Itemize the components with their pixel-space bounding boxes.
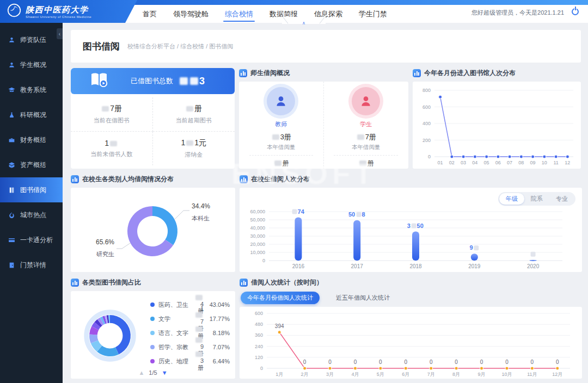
- card-icon: [8, 237, 15, 244]
- legend-name: 文学: [158, 315, 194, 323]
- svg-text:10月: 10月: [501, 372, 512, 377]
- dimension-tab-group: 年级院系专业: [498, 192, 575, 206]
- stat-value: 7册: [101, 104, 122, 114]
- panel-title: 在校生借阅人次分布: [251, 175, 310, 184]
- sidebar-item-city-hotspot[interactable]: 城市热点: [0, 202, 63, 227]
- svg-text:600: 600: [422, 104, 431, 110]
- category-legend: 医药、卫生4册43.04%文学17册17.77%语言、文字册8.18%哲学、宗教…: [150, 293, 230, 379]
- greeting-text: 您好超级管理员，今天是2021.1.21: [471, 9, 564, 17]
- legend-dot-icon: [150, 302, 155, 307]
- stat-label: 当前在借图书: [94, 116, 130, 125]
- monthly-borrow-button[interactable]: 今年各月份借阅人次统计: [241, 292, 320, 304]
- svg-text:9月: 9月: [478, 372, 486, 377]
- legend-item: 哲学、宗教9册7.07%: [150, 340, 230, 354]
- svg-text:50: 50: [348, 211, 355, 218]
- university-name: 陕西中医药大学: [26, 5, 91, 15]
- sidebar-item-faculty[interactable]: 师资队伍: [0, 27, 63, 52]
- nav-overview[interactable]: 综合校情: [225, 5, 253, 23]
- svg-text:0: 0: [328, 359, 332, 365]
- tab-college[interactable]: 院系: [524, 193, 549, 205]
- panel-title: 师生借阅概况: [250, 69, 290, 78]
- sidebar-item-student-overview[interactable]: 学生概况: [0, 52, 63, 77]
- borrow-distribution-chart-card: 年级院系专业 010,00020,00030,00040,00050,00060…: [240, 188, 582, 272]
- svg-text:10,000: 10,000: [250, 250, 265, 255]
- svg-text:0: 0: [405, 359, 408, 365]
- doc-chart-icon: [71, 279, 79, 287]
- svg-text:0: 0: [354, 359, 357, 365]
- stat-value: 册: [185, 104, 202, 114]
- nav-collapse-control[interactable]: ∧: [282, 17, 326, 24]
- svg-text:5月: 5月: [377, 372, 384, 377]
- education-icon: [8, 87, 15, 94]
- page-up-icon[interactable]: ▲: [138, 369, 144, 376]
- legend-item: 语言、文字册8.18%: [150, 326, 230, 340]
- nav-cockpit[interactable]: 领导驾驶舱: [173, 5, 209, 23]
- borrow-distribution-panel: 在校生借阅人次分布 年级院系专业 010,00020,00030,00040,0…: [240, 174, 582, 272]
- legend-name: 哲学、宗教: [158, 343, 194, 351]
- svg-text:6月: 6月: [402, 372, 409, 377]
- student-icon: [8, 61, 15, 69]
- legend-count: 3册: [194, 351, 204, 372]
- sidebar-item-label: 学生概况: [20, 60, 46, 70]
- svg-text:12月: 12月: [552, 372, 562, 377]
- summary-stats-grid: 7册当前在借图书册当前超期图书1当前未借书人数11元滞纳金: [71, 94, 235, 169]
- legend-pager: ▲ 1/5 ▼: [71, 369, 235, 376]
- sidebar-item-research[interactable]: 科研概况: [0, 102, 63, 127]
- svg-text:50: 50: [417, 223, 424, 229]
- svg-text:0: 0: [455, 359, 458, 365]
- row-summary: 已借图书总数 3 7册当前在借图书册当前超期图书1当前未借书人数11元滞纳金 师…: [71, 68, 581, 169]
- per-capita-panel: 在校生各类别人均借阅情况分布 34.4%本科生65.6%研究生: [71, 174, 235, 272]
- month-borrow-value: 册: [273, 159, 289, 168]
- divider: [249, 155, 313, 156]
- svg-text:0: 0: [556, 359, 559, 365]
- sidebar-item-access-control[interactable]: 门禁详情: [0, 252, 63, 277]
- svg-text:12: 12: [565, 160, 570, 165]
- svg-text:2月: 2月: [301, 372, 309, 377]
- tab-grade[interactable]: 年级: [499, 193, 524, 205]
- svg-text:40,000: 40,000: [250, 225, 265, 231]
- university-name-en: Shaanxi University of Chinese Medicine: [26, 15, 91, 18]
- nav-access[interactable]: 学生门禁: [359, 5, 387, 23]
- svg-text:0: 0: [428, 154, 431, 159]
- svg-text:03: 03: [461, 160, 466, 165]
- stat-value: 11元: [181, 138, 206, 148]
- svg-text:480: 480: [255, 322, 263, 327]
- tab-major[interactable]: 专业: [549, 193, 574, 205]
- svg-text:65.6%: 65.6%: [96, 238, 114, 246]
- legend-dot-icon: [150, 317, 155, 321]
- panel-title: 借阅人次统计（按时间）: [251, 278, 323, 287]
- svg-text:360: 360: [255, 332, 263, 338]
- time-stats-button-group: 今年各月份借阅人次统计近五年借阅人次统计: [241, 292, 582, 304]
- svg-text:120: 120: [255, 355, 263, 360]
- nav-home[interactable]: 首页: [143, 5, 157, 23]
- svg-text:200: 200: [422, 138, 431, 143]
- svg-text:394: 394: [275, 323, 284, 329]
- borrow-summary-card: 已借图书总数 3 7册当前在借图书册当前超期图书1当前未借书人数11元滞纳金: [71, 68, 235, 169]
- sidebar-item-library-borrow[interactable]: 图书借阅: [0, 177, 63, 202]
- svg-text:34.4%: 34.4%: [192, 202, 210, 210]
- svg-text:1月: 1月: [275, 372, 283, 377]
- top-header: 陕西中医药大学 Shaanxi University of Chinese Me…: [0, 0, 588, 23]
- page-title: 图书借阅: [83, 40, 120, 53]
- sidebar-collapse-button[interactable]: ‹: [57, 28, 63, 39]
- legend-dot-icon: [150, 345, 155, 349]
- sidebar-item-label: 财务概括: [20, 135, 46, 145]
- sidebar-item-assets[interactable]: 资产概括: [0, 152, 63, 177]
- people-chart-icon: [239, 69, 247, 77]
- five-year-borrow-button[interactable]: 近五年借阅人次统计: [329, 292, 396, 304]
- open-book-icon: [90, 73, 109, 89]
- svg-text:50,000: 50,000: [250, 217, 265, 223]
- teacher-icon: [8, 36, 15, 44]
- category-donut-chart: [71, 293, 150, 379]
- sidebar-item-academic-system[interactable]: 教务系统: [0, 77, 63, 102]
- legend-percent: 17.77%: [204, 316, 230, 322]
- power-icon[interactable]: [572, 8, 579, 15]
- sidebar-item-campus-card[interactable]: 一卡通分析: [0, 227, 63, 252]
- svg-text:0: 0: [505, 359, 509, 365]
- summary-stat: 7册当前在借图书: [71, 97, 153, 132]
- sidebar-item-finance[interactable]: 财务概括: [0, 127, 63, 152]
- page-down-icon[interactable]: ▼: [162, 369, 168, 376]
- per-capita-chart-card: 34.4%本科生65.6%研究生: [71, 188, 235, 272]
- svg-text:3: 3: [407, 223, 411, 229]
- legend-dot-icon: [150, 359, 155, 363]
